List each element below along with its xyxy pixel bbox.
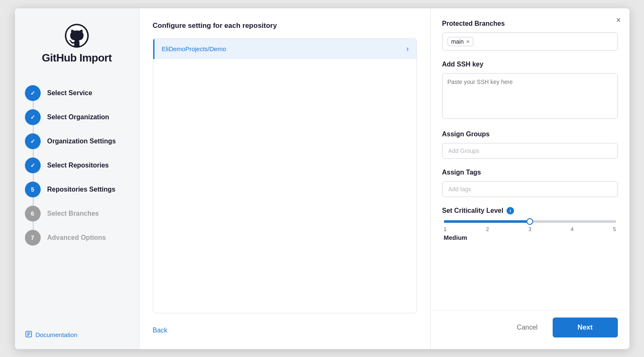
protected-branches-section: Protected Branches main × <box>442 20 618 51</box>
next-button[interactable]: Next <box>553 318 618 337</box>
step-label-5: Repositories Settings <box>47 186 115 193</box>
sidebar-step-6: 6Select Branches <box>25 202 129 226</box>
checkmark-icon: ✓ <box>30 90 35 96</box>
assign-tags-title: Assign Tags <box>442 169 618 176</box>
step-label-7: Advanced Options <box>47 234 106 241</box>
ssh-key-section: Add SSH key <box>442 61 618 121</box>
slider-label-4: 4 <box>571 226 573 232</box>
criticality-slider-container: 1 2 3 4 5 Medium <box>442 220 618 241</box>
assign-tags-input[interactable] <box>442 181 618 197</box>
criticality-value-label: Medium <box>444 234 616 241</box>
sidebar-steps: ✓Select Service✓Select Organization✓Orga… <box>25 81 129 324</box>
repo-item[interactable]: EliDemoProjects/Demo › <box>153 39 416 59</box>
documentation-link[interactable]: Documentation <box>25 330 129 339</box>
github-logo-icon <box>64 23 89 48</box>
sidebar-step-1: ✓Select Service <box>25 81 129 105</box>
sidebar-step-5: 5Repositories Settings <box>25 177 129 202</box>
assign-groups-section: Assign Groups <box>442 130 618 159</box>
main-header: Configure setting for each repository <box>153 22 417 30</box>
protected-branches-input[interactable]: main × <box>442 32 618 51</box>
step-circle-2: ✓ <box>25 109 41 125</box>
right-panel: Protected Branches main × Add SSH key As… <box>430 8 629 349</box>
step-label-3: Organization Settings <box>47 138 116 145</box>
checkmark-icon: ✓ <box>30 162 35 169</box>
repo-chevron-icon: › <box>406 44 409 53</box>
branch-tag-label: main <box>451 38 464 45</box>
close-button[interactable]: × <box>616 16 621 24</box>
sidebar-step-7: 7Advanced Options <box>25 226 129 250</box>
slider-label-3: 3 <box>528 226 531 232</box>
step-circle-7: 7 <box>25 230 41 246</box>
ssh-key-title: Add SSH key <box>442 61 618 68</box>
right-panel-scroll: Protected Branches main × Add SSH key As… <box>431 8 629 310</box>
github-import-modal: × GitHub Import ✓Select Service✓Select O… <box>15 8 629 349</box>
checkmark-icon: ✓ <box>30 138 35 145</box>
step-circle-6: 6 <box>25 206 41 222</box>
criticality-slider-labels: 1 2 3 4 5 <box>444 226 616 232</box>
sidebar-step-3: ✓Organization Settings <box>25 129 129 153</box>
repo-list: EliDemoProjects/Demo › <box>153 38 417 313</box>
step-circle-4: ✓ <box>25 158 41 173</box>
step-label-6: Select Branches <box>47 210 99 217</box>
back-button[interactable]: Back <box>153 323 168 337</box>
info-icon[interactable]: i <box>507 207 514 214</box>
slider-label-5: 5 <box>613 226 616 232</box>
sidebar-step-4: ✓Select Repositories <box>25 153 129 177</box>
right-panel-footer: Cancel Next <box>431 310 629 349</box>
sidebar: GitHub Import ✓Select Service✓Select Org… <box>15 8 140 349</box>
criticality-slider-fill <box>444 220 530 223</box>
step-circle-3: ✓ <box>25 133 41 149</box>
protected-branches-title: Protected Branches <box>442 20 618 27</box>
sidebar-step-2: ✓Select Organization <box>25 105 129 129</box>
criticality-section: Set Criticality Level i 1 2 3 4 5 <box>442 207 618 241</box>
main-footer: Back <box>153 313 417 349</box>
slider-label-2: 2 <box>486 226 489 232</box>
assign-tags-section: Assign Tags <box>442 169 618 197</box>
branch-tag-main: main × <box>448 37 474 46</box>
main-content: Configure setting for each repository El… <box>140 8 430 349</box>
documentation-label: Documentation <box>36 331 78 338</box>
sidebar-title: GitHub Import <box>42 52 112 64</box>
assign-groups-title: Assign Groups <box>442 130 618 138</box>
sidebar-logo: GitHub Import <box>25 23 129 64</box>
branch-tag-remove[interactable]: × <box>466 39 470 44</box>
step-circle-1: ✓ <box>25 85 41 101</box>
checkmark-icon: ✓ <box>30 114 35 121</box>
step-label-4: Select Repositories <box>47 162 109 169</box>
documentation-icon <box>25 330 32 339</box>
step-circle-5: 5 <box>25 182 41 197</box>
criticality-slider-track <box>444 220 616 223</box>
step-label-2: Select Organization <box>47 113 109 121</box>
ssh-key-textarea[interactable] <box>442 73 618 119</box>
step-label-1: Select Service <box>47 89 93 97</box>
assign-groups-input[interactable] <box>442 143 618 159</box>
repo-item-name: EliDemoProjects/Demo <box>162 45 226 52</box>
criticality-title: Set Criticality Level <box>442 207 504 214</box>
criticality-slider-thumb[interactable] <box>526 218 533 225</box>
criticality-header: Set Criticality Level i <box>442 207 618 214</box>
cancel-button[interactable]: Cancel <box>509 320 546 335</box>
slider-label-1: 1 <box>444 226 447 232</box>
sidebar-footer: Documentation <box>25 324 129 339</box>
